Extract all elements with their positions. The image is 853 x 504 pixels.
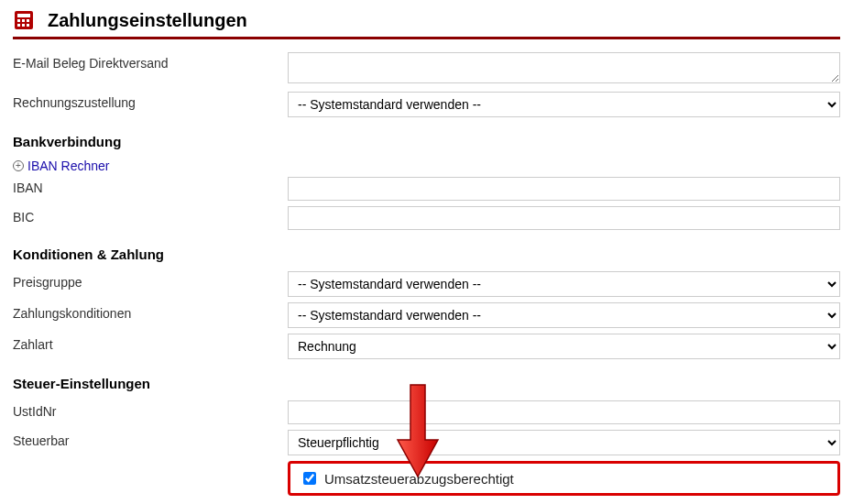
svg-rect-2 (17, 19, 20, 22)
tax-section-heading: Steuer-Einstellungen (13, 376, 840, 391)
bic-input[interactable] (288, 206, 840, 230)
plus-circle-icon: + (13, 160, 24, 171)
page-header: Zahlungseinstellungen (13, 9, 840, 39)
calculator-icon (13, 9, 35, 31)
invoice-delivery-label: Rechnungszustellung (13, 92, 288, 110)
conditions-section-heading: Konditionen & Zahlung (13, 247, 840, 262)
vat-deduction-checkbox[interactable] (303, 472, 316, 485)
taxable-select[interactable]: Steuerpflichtig (288, 430, 840, 455)
page-title: Zahlungseinstellungen (48, 10, 247, 31)
svg-rect-5 (17, 24, 20, 27)
pricegroup-select[interactable]: -- Systemstandard verwenden -- (288, 271, 840, 297)
ustid-label: UstIdNr (13, 400, 288, 419)
email-receipt-input[interactable] (288, 52, 840, 83)
payment-conditions-select[interactable]: -- Systemstandard verwenden -- (288, 302, 840, 328)
ustid-input[interactable] (288, 400, 840, 424)
svg-rect-3 (22, 19, 25, 22)
vat-deduction-label[interactable]: Umsatzsteuerabzugsberechtigt (324, 471, 514, 487)
payment-type-select[interactable]: Rechnung (288, 334, 840, 359)
taxable-label: Steuerbar (13, 430, 288, 448)
svg-rect-7 (27, 24, 29, 27)
bank-section-heading: Bankverbindung (13, 134, 840, 149)
svg-rect-6 (22, 24, 25, 27)
invoice-delivery-select[interactable]: -- Systemstandard verwenden -- (288, 92, 840, 117)
bic-label: BIC (13, 206, 288, 225)
svg-rect-1 (17, 14, 30, 17)
iban-label: IBAN (13, 177, 288, 195)
pricegroup-label: Preisgruppe (13, 271, 288, 290)
iban-calculator-link-text: IBAN Rechner (27, 159, 109, 173)
payment-type-label: Zahlart (13, 334, 288, 352)
iban-calculator-link[interactable]: + IBAN Rechner (13, 159, 840, 173)
svg-rect-4 (27, 19, 29, 22)
email-receipt-label: E-Mail Beleg Direktversand (13, 52, 288, 71)
iban-input[interactable] (288, 177, 840, 201)
vat-deduction-highlight: Umsatzsteuerabzugsberechtigt (288, 461, 840, 496)
payment-conditions-label: Zahlungskonditionen (13, 302, 288, 321)
